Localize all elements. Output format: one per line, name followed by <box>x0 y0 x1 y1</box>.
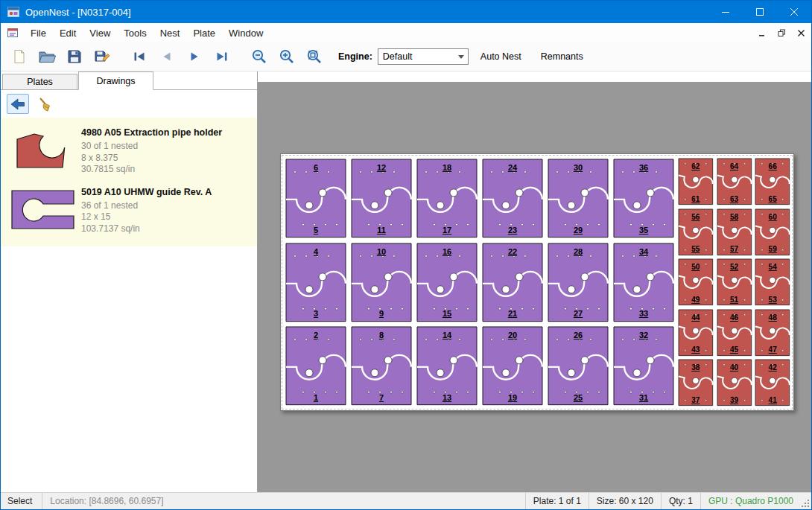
menu-item-edit[interactable]: Edit <box>53 25 83 42</box>
new-button[interactable] <box>5 44 33 69</box>
mdi-close-icon <box>797 29 805 37</box>
drawings-toolbar <box>1 90 257 118</box>
resize-grip[interactable] <box>801 493 811 509</box>
minimize-button[interactable] <box>708 1 743 23</box>
previous-icon <box>159 49 174 64</box>
close-button[interactable] <box>777 1 811 23</box>
nest-cell[interactable]: 5049 <box>676 257 715 307</box>
part-number-top: 26 <box>545 331 611 340</box>
nest-cell[interactable]: 6261 <box>676 156 715 207</box>
mdi-restore-button[interactable] <box>773 25 790 41</box>
nest-cell[interactable]: 4443 <box>676 307 715 358</box>
mdi-minimize-button[interactable] <box>753 25 771 41</box>
open-button[interactable] <box>33 44 60 69</box>
next-plate-button[interactable] <box>180 44 208 69</box>
zoom-out-button[interactable] <box>245 44 273 69</box>
mdi-restore-icon <box>778 29 786 37</box>
part-number-bottom: 9 <box>349 309 414 318</box>
auto-nest-button[interactable]: Auto Nest <box>473 47 529 66</box>
next-icon <box>187 49 202 64</box>
part-number-bottom: 39 <box>715 396 754 404</box>
nest-cell[interactable]: 1413 <box>414 324 480 408</box>
nest-cell[interactable]: 2423 <box>480 156 545 240</box>
nest-cell[interactable]: 4645 <box>715 307 754 358</box>
nest-cell[interactable]: 6463 <box>715 156 754 207</box>
nest-cell[interactable]: 109 <box>349 240 414 325</box>
drawing-item[interactable]: 4980 A05 Extraction pipe holder 30 of 1 … <box>1 121 257 180</box>
nest-cell[interactable]: 21 <box>283 324 349 408</box>
part-number-bottom: 33 <box>611 309 676 318</box>
nest-cell[interactable]: 3635 <box>611 156 676 240</box>
part-number-top: 30 <box>545 163 611 172</box>
previous-plate-button[interactable] <box>153 44 180 69</box>
title-bar: OpenNest - [N0317-004] <box>1 1 811 23</box>
chevron-down-icon[interactable] <box>455 49 468 64</box>
engine-value: Default <box>383 51 413 62</box>
drawing-info: 5019 A10 UHMW guide Rev. A 36 of 1 neste… <box>81 185 251 235</box>
nest-cell[interactable]: 2827 <box>545 240 611 325</box>
nest-cell[interactable]: 5655 <box>676 207 715 258</box>
nest-cell[interactable]: 1817 <box>414 156 480 240</box>
last-plate-button[interactable] <box>208 44 235 69</box>
engine-select[interactable]: Default <box>378 48 469 65</box>
nest-cell[interactable]: 5453 <box>753 257 792 307</box>
return-part-button[interactable] <box>7 94 29 114</box>
part-number-top: 52 <box>715 263 754 271</box>
part-number-top: 32 <box>611 331 676 340</box>
save-button[interactable] <box>60 44 88 69</box>
part-number-bottom: 17 <box>414 226 480 235</box>
zoom-in-button[interactable] <box>273 44 300 69</box>
nest-cell[interactable]: 5857 <box>715 207 754 258</box>
menu-item-window[interactable]: Window <box>222 25 270 42</box>
nest-cell[interactable]: 43 <box>283 240 349 325</box>
menu-item-tools[interactable]: Tools <box>117 25 153 42</box>
status-size: Size: 60 x 120 <box>589 493 661 509</box>
purple-part-shape <box>10 186 77 232</box>
menu-item-nest[interactable]: Nest <box>153 25 187 42</box>
part-number-bottom: 49 <box>676 296 715 304</box>
nest-cell[interactable]: 4039 <box>715 357 754 408</box>
nest-cell[interactable]: 4847 <box>753 307 792 358</box>
part-number-top: 60 <box>753 213 792 221</box>
main-area: Plates Drawings <box>1 71 811 492</box>
part-number-top: 44 <box>676 313 715 322</box>
save-as-button[interactable] <box>88 44 115 69</box>
nest-cell[interactable]: 3231 <box>611 324 676 408</box>
nest-cell[interactable]: 87 <box>349 324 414 408</box>
mdi-close-button[interactable] <box>792 25 810 41</box>
nest-canvas[interactable]: 6512111817242330293635431091615222128273… <box>258 71 811 492</box>
nest-cell[interactable]: 6665 <box>753 156 792 207</box>
nest-cell[interactable]: 1211 <box>349 156 414 240</box>
part-number-top: 28 <box>545 247 611 256</box>
part-number-top: 58 <box>715 213 754 221</box>
part-number-bottom: 43 <box>676 345 715 354</box>
nest-cell[interactable]: 2625 <box>545 324 611 408</box>
part-thumbnail <box>5 185 81 235</box>
nest-cell[interactable]: 2019 <box>480 324 545 408</box>
tab-drawings[interactable]: Drawings <box>78 71 153 90</box>
maximize-button[interactable] <box>743 1 777 23</box>
drawing-item[interactable]: 5019 A10 UHMW guide Rev. A 36 of 1 neste… <box>1 180 257 240</box>
red-part-shape <box>15 130 72 170</box>
part-number-top: 38 <box>676 363 715 372</box>
remnants-button[interactable]: Remnants <box>533 47 591 66</box>
menu-item-plate[interactable]: Plate <box>186 25 222 42</box>
nest-cell[interactable]: 2221 <box>480 240 545 325</box>
menu-item-file[interactable]: File <box>24 25 53 42</box>
menu-item-view[interactable]: View <box>83 25 117 42</box>
nest-cell[interactable]: 1615 <box>414 240 480 325</box>
clear-nest-button[interactable] <box>34 94 57 114</box>
nest-cell[interactable]: 4241 <box>753 357 792 408</box>
zoom-fit-button[interactable] <box>300 44 328 69</box>
part-number-bottom: 5 <box>283 226 349 235</box>
nest-cell[interactable]: 3837 <box>676 357 715 408</box>
nest-cell[interactable]: 5251 <box>715 257 754 307</box>
zoom-out-icon <box>250 48 268 66</box>
nest-cell[interactable]: 65 <box>283 156 349 240</box>
part-number-top: 34 <box>611 247 676 256</box>
nest-cell[interactable]: 6059 <box>753 207 792 258</box>
first-plate-button[interactable] <box>125 44 153 69</box>
nest-cell[interactable]: 3433 <box>611 240 676 325</box>
tab-plates[interactable]: Plates <box>2 74 77 90</box>
nest-cell[interactable]: 3029 <box>545 156 611 240</box>
